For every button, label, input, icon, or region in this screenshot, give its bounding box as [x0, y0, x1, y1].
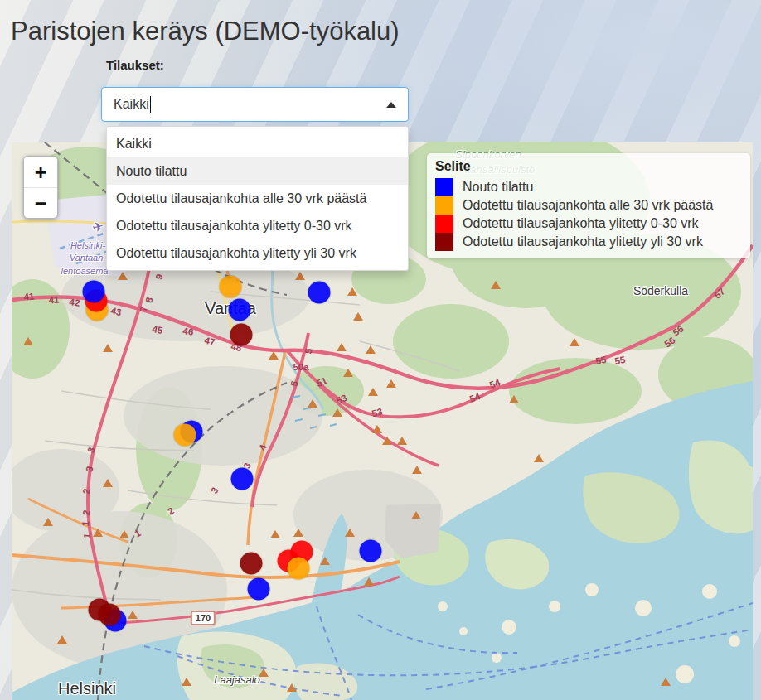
dropdown-item[interactable]: Odotettu tilausajankohta ylitetty yli 30… — [107, 239, 408, 267]
combobox-value: Kaikki — [114, 97, 149, 112]
legend-item: Odotettu tilausajankohta alle 30 vrk pää… — [435, 196, 742, 215]
legend-swatch — [435, 196, 453, 215]
road-shield: 170 — [191, 611, 216, 625]
legend-swatch — [435, 215, 453, 233]
dropdown-list: KaikkiNouto tilattuOdotettu tilausajanko… — [106, 126, 409, 271]
legend-label: Nouto tilattu — [463, 180, 533, 195]
legend-item: Nouto tilattu — [435, 178, 742, 196]
dropdown-item[interactable]: Kaikki — [107, 130, 408, 157]
legend-swatch — [435, 233, 453, 251]
map-legend: Selite Nouto tilattuOdotettu tilausajank… — [427, 153, 750, 258]
legend-items: Nouto tilattuOdotettu tilausajankohta al… — [435, 178, 742, 251]
orders-label: Tilaukset: — [106, 58, 164, 72]
legend-item: Odotettu tilausajankohta ylitetty yli 30… — [435, 233, 742, 251]
legend-label: Odotettu tilausajankohta ylitetty yli 30… — [463, 234, 703, 249]
road-shield-text: 170 — [196, 613, 211, 623]
page-title: Paristojen keräys (DEMO-työkalu) — [11, 17, 400, 46]
dropdown-item[interactable]: Nouto tilattu — [107, 157, 408, 185]
legend-item: Odotettu tilausajankohta ylitetty 0-30 v… — [435, 215, 742, 233]
dropdown-item[interactable]: Odotettu tilausajankohta alle 30 vrk pää… — [107, 185, 408, 212]
legend-label: Odotettu tilausajankohta ylitetty 0-30 v… — [463, 216, 699, 231]
legend-swatch — [435, 178, 453, 196]
zoom-out-button[interactable]: − — [24, 187, 57, 218]
zoom-in-button[interactable]: + — [24, 157, 57, 187]
text-cursor — [150, 96, 152, 113]
orders-combobox[interactable]: Kaikki — [101, 87, 409, 122]
chevron-up-icon[interactable] — [386, 102, 396, 108]
legend-title: Selite — [435, 159, 742, 174]
dropdown-item[interactable]: Odotettu tilausajankohta ylitetty 0-30 v… — [107, 212, 408, 239]
zoom-control: + − — [23, 156, 58, 219]
legend-label: Odotettu tilausajankohta alle 30 vrk pää… — [463, 198, 713, 213]
